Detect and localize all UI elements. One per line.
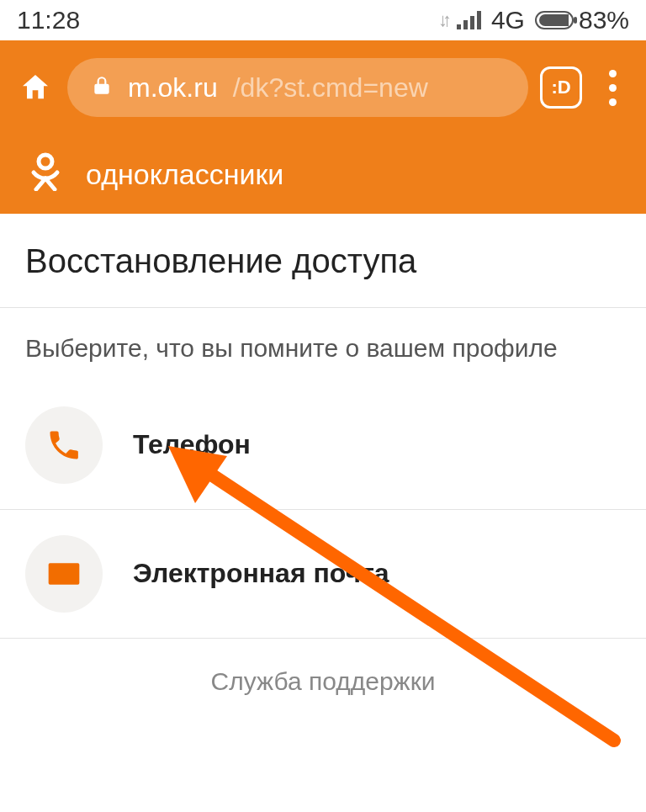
url-host: m.ok.ru (128, 72, 218, 103)
site-brand-text: одноклассники (86, 158, 283, 191)
home-button[interactable] (15, 67, 56, 108)
status-bar: 11:28 ↓↑ 4G 83% (0, 0, 646, 40)
phone-icon (25, 406, 103, 484)
support-link[interactable]: Служба поддержки (0, 639, 646, 719)
signal-icon (457, 11, 481, 29)
home-icon (19, 71, 52, 104)
page-subtitle: Выберите, что вы помните о вашем профиле (0, 308, 646, 381)
overflow-menu-button[interactable] (594, 65, 631, 111)
svg-point-0 (39, 155, 52, 168)
browser-toolbar: m.ok.ru/dk?st.cmd=new :D (0, 40, 646, 135)
site-header: одноклассники (0, 135, 646, 214)
option-email[interactable]: Электронная почта (0, 510, 646, 638)
tabs-count-face: :D (551, 77, 570, 98)
status-right: ↓↑ 4G 83% (438, 6, 629, 34)
url-path: /dk?st.cmd=new (233, 72, 428, 103)
data-arrows-icon: ↓↑ (438, 11, 447, 29)
email-icon (25, 535, 103, 613)
battery-icon (535, 11, 574, 29)
option-email-label: Электронная почта (133, 558, 389, 589)
network-label: 4G (491, 6, 525, 34)
clock: 11:28 (17, 6, 80, 34)
lock-icon (91, 72, 113, 103)
address-bar[interactable]: m.ok.ru/dk?st.cmd=new (67, 58, 528, 117)
ok-logo-icon (25, 151, 66, 198)
option-phone[interactable]: Телефон (0, 381, 646, 509)
page-content: Восстановление доступа Выберите, что вы … (0, 214, 646, 719)
option-phone-label: Телефон (133, 429, 251, 460)
page-title: Восстановление доступа (0, 214, 646, 307)
battery-percent: 83% (579, 6, 629, 34)
battery-indicator: 83% (535, 6, 629, 34)
tabs-button[interactable]: :D (540, 66, 582, 109)
